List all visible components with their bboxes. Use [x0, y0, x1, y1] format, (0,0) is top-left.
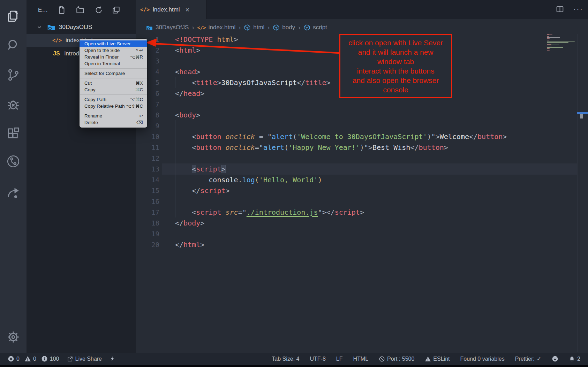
source-control-icon[interactable]: [6, 68, 21, 82]
notifications-bell[interactable]: 2: [569, 356, 580, 362]
breadcrumb-item-30daysofjs[interactable]: 30DaysOfJS: [146, 24, 189, 31]
code-line-16[interactable]: 16: [136, 196, 575, 207]
tab-size-indicator[interactable]: Tab Size: 4: [272, 356, 299, 362]
folder-label: 30DaysOfJS: [59, 24, 92, 31]
tab-index-html[interactable]: </> index.html ×: [136, 0, 206, 19]
run-debug-icon[interactable]: [6, 97, 21, 112]
feedback-smiley-icon[interactable]: [552, 355, 558, 362]
breadcrumb-item-html[interactable]: html: [244, 24, 264, 31]
minimap-line: [547, 48, 550, 49]
breadcrumb-item-script[interactable]: script: [303, 24, 327, 31]
code-text: </body>: [175, 219, 204, 227]
split-editor-icon[interactable]: [556, 5, 564, 14]
menu-item-reveal-in-finder[interactable]: Reveal in Finder⌥⌘R: [80, 54, 147, 60]
code-text: </script>: [175, 186, 230, 195]
annotation-text-line: click on open with Live Sever: [340, 38, 451, 47]
annotation-text-line: and it will launch a new: [340, 47, 451, 57]
menu-item-select-for-compare[interactable]: Select for Compare: [80, 70, 147, 77]
breadcrumb-separator: ›: [192, 24, 194, 31]
code-text: console.log('Hello, World'): [175, 176, 322, 184]
language-indicator[interactable]: HTML: [353, 356, 369, 362]
info-icon: [41, 355, 48, 362]
more-actions-icon[interactable]: ···: [573, 8, 583, 11]
window-bottom-edge: [0, 365, 588, 367]
live-share-icon[interactable]: [6, 185, 21, 200]
code-line-9[interactable]: 9: [136, 120, 575, 131]
annotation-text-line: window tab: [340, 57, 451, 66]
code-line-18[interactable]: 18</body>: [136, 217, 575, 228]
live-share-status[interactable]: Live Share: [67, 356, 102, 362]
problems-indicator[interactable]: 0 0 100: [8, 355, 59, 362]
editor-actions: ···: [556, 5, 583, 14]
code-line-20[interactable]: 20</html>: [136, 239, 575, 250]
code-text: </head>: [175, 89, 204, 98]
variables-indicator[interactable]: Found 0 variables: [460, 356, 504, 362]
code-line-17[interactable]: 17 <script src="./introduction.js"></scr…: [136, 207, 575, 217]
refresh-icon[interactable]: [94, 6, 103, 15]
code-line-13[interactable]: 13 <script>: [136, 163, 575, 174]
menu-item-delete[interactable]: Delete⌫: [80, 119, 147, 126]
line-number: 10: [136, 133, 159, 140]
new-folder-icon[interactable]: [76, 6, 85, 15]
line-number: 19: [136, 230, 159, 238]
minimap-line: [547, 45, 559, 45]
code-line-14[interactable]: 14 console.log('Hello, World'): [136, 174, 575, 185]
line-number: 16: [136, 198, 159, 205]
new-file-icon[interactable]: [57, 6, 66, 15]
line-number: 13: [136, 165, 159, 173]
menu-separator: [80, 78, 147, 78]
settings-gear-icon[interactable]: [6, 330, 21, 344]
code-line-15[interactable]: 15 </script>: [136, 185, 575, 196]
breadcrumb-item-index-html[interactable]: </>index.html: [197, 24, 235, 31]
minimap-line: [547, 35, 549, 35]
line-number: 12: [136, 154, 159, 162]
explorer-icon[interactable]: [6, 9, 21, 24]
prettier-indicator[interactable]: Prettier:✓: [515, 355, 541, 362]
menu-item-copy-path[interactable]: Copy Path⌥⌘C: [80, 96, 147, 103]
minimap-line: [547, 36, 549, 37]
menu-item-cut[interactable]: Cut⌘X: [80, 80, 147, 86]
code-line-10[interactable]: 10 <button onclick = "alert('Welcome to …: [136, 131, 575, 142]
code-line-12[interactable]: 12: [136, 153, 575, 163]
eslint-indicator[interactable]: ESLint: [425, 356, 450, 362]
code-line-19[interactable]: 19: [136, 228, 575, 239]
close-icon[interactable]: ×: [186, 6, 190, 13]
minimap-border: [578, 34, 578, 352]
warning-icon: [425, 356, 431, 362]
eol-indicator[interactable]: LF: [336, 356, 343, 362]
tree-folder-30daysofjs[interactable]: 30DaysOfJS: [27, 21, 136, 34]
code-line-8[interactable]: 8<body>: [136, 109, 575, 120]
menu-item-copy[interactable]: Copy⌘C: [80, 86, 147, 93]
html-file-icon: </>: [140, 7, 150, 13]
code-line-7[interactable]: 7: [136, 99, 575, 109]
extensions-icon[interactable]: [6, 126, 21, 141]
indent-guide: [175, 120, 175, 217]
code-line-11[interactable]: 11 <button onclick="alert('Happy New Yea…: [136, 142, 575, 153]
breadcrumb: 30DaysOfJS›</>index.html›html›body›scrip…: [146, 22, 327, 33]
js-file-icon: JS: [53, 51, 60, 57]
bolt-icon[interactable]: [110, 356, 115, 362]
activity-bar: [0, 0, 27, 353]
menu-item-rename[interactable]: Rename↩: [80, 113, 147, 119]
status-bar: 0 0 100 Live Share Tab Size: 4 UTF-8 LF …: [0, 353, 588, 365]
encoding-indicator[interactable]: UTF-8: [310, 356, 326, 362]
collapse-folders-icon[interactable]: [112, 6, 121, 15]
check-icon: ✓: [537, 355, 541, 362]
menu-item-open-in-terminal[interactable]: Open in Terminal: [80, 60, 147, 67]
port-indicator[interactable]: Port : 5500: [379, 356, 414, 362]
search-icon[interactable]: [6, 38, 21, 53]
minimap[interactable]: [547, 34, 577, 55]
menu-separator: [80, 68, 147, 69]
breadcrumb-separator: ›: [298, 24, 300, 31]
line-number: 11: [136, 144, 159, 151]
menu-separator: [80, 111, 147, 111]
menu-item-copy-relative-path[interactable]: Copy Relative Path⌥⇧⌘C: [80, 103, 147, 109]
menu-item-open-with-live-server[interactable]: Open with Live Server: [80, 40, 147, 47]
code-text: <script src="./introduction.js"></script…: [175, 208, 364, 216]
explorer-header: E…: [27, 0, 136, 20]
code-text: <body>: [175, 111, 200, 119]
code-text: <!DOCTYPE html>: [175, 35, 238, 44]
gitlens-icon[interactable]: [6, 154, 21, 169]
menu-item-open-to-the-side[interactable]: Open to the Side^ ↩: [80, 47, 147, 54]
breadcrumb-item-body[interactable]: body: [273, 24, 295, 31]
